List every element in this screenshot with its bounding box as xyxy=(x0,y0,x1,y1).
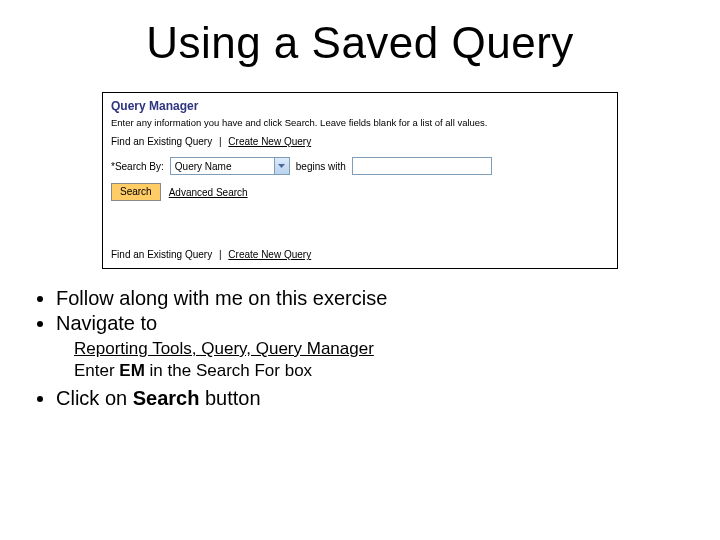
advanced-search-link[interactable]: Advanced Search xyxy=(169,187,248,198)
button-row: Search Advanced Search xyxy=(111,183,609,201)
query-manager-screenshot: Query Manager Enter any information you … xyxy=(102,92,618,269)
enter-pre: Enter xyxy=(74,361,119,380)
qm-links-top: Find an Existing Query | Create New Quer… xyxy=(111,136,609,147)
nav-path: Reporting Tools, Query, Query Manager xyxy=(74,339,680,359)
nav-path-text: Reporting Tools, Query, Query Manager xyxy=(74,339,374,358)
search-by-dropdown[interactable]: Query Name xyxy=(170,157,290,175)
qm-links-bottom: Find an Existing Query | Create New Quer… xyxy=(111,249,609,260)
bullet-follow-along: Follow along with me on this exercise xyxy=(56,287,680,310)
separator: | xyxy=(219,136,222,147)
search-by-label: *Search By: xyxy=(111,161,164,172)
svg-marker-0 xyxy=(278,164,285,168)
dropdown-value: Query Name xyxy=(175,161,232,172)
create-new-query-link-bottom[interactable]: Create New Query xyxy=(228,249,311,260)
bullet-list: Follow along with me on this exercise Na… xyxy=(0,287,720,410)
bullet-navigate: Navigate to Reporting Tools, Query, Quer… xyxy=(56,312,680,381)
qm-heading: Query Manager xyxy=(111,99,609,113)
bullet-navigate-text: Navigate to xyxy=(56,312,157,334)
click-post: button xyxy=(199,387,260,409)
begins-with-label: begins with xyxy=(296,161,346,172)
click-bold: Search xyxy=(133,387,200,409)
search-button[interactable]: Search xyxy=(111,183,161,201)
search-input[interactable] xyxy=(352,157,492,175)
create-new-query-link[interactable]: Create New Query xyxy=(228,136,311,147)
sub-list: Reporting Tools, Query, Query Manager En… xyxy=(56,339,680,381)
chevron-down-icon xyxy=(274,158,289,174)
find-existing-query-link[interactable]: Find an Existing Query xyxy=(111,136,212,147)
bullet-click-search: Click on Search button xyxy=(56,387,680,410)
search-row: *Search By: Query Name begins with xyxy=(111,157,609,175)
enter-instruction: Enter EM in the Search For box xyxy=(74,361,680,381)
qm-instruction: Enter any information you have and click… xyxy=(111,117,609,128)
slide-title: Using a Saved Query xyxy=(0,18,720,68)
enter-post: in the Search For box xyxy=(145,361,312,380)
separator: | xyxy=(219,249,222,260)
find-existing-query-link-bottom[interactable]: Find an Existing Query xyxy=(111,249,212,260)
enter-bold: EM xyxy=(119,361,145,380)
click-pre: Click on xyxy=(56,387,133,409)
